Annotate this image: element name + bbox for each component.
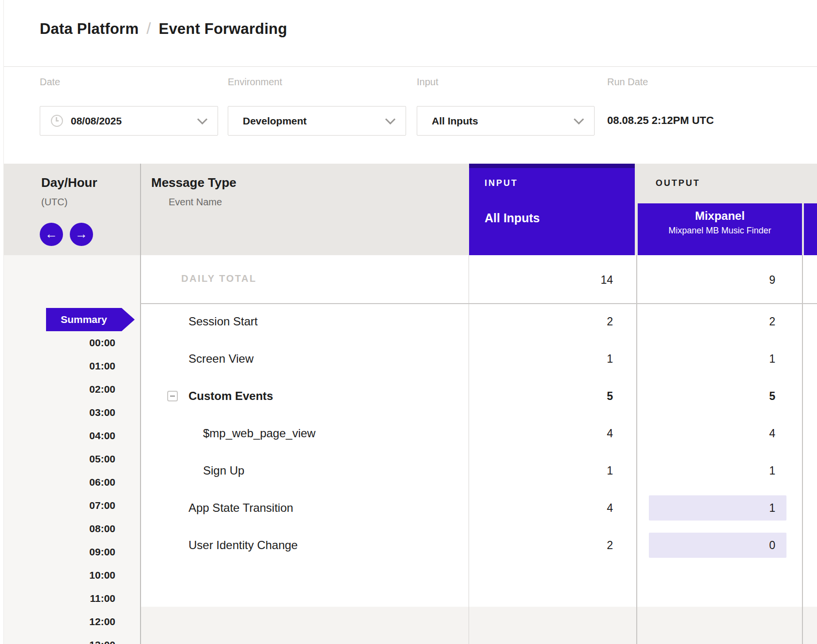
table-row-label: User Identity Change	[189, 538, 298, 552]
table-cell: 1	[638, 501, 775, 515]
input-dropdown[interactable]: All Inputs	[417, 106, 595, 136]
left-edge-strip	[0, 0, 4, 644]
table-cell: 1	[469, 463, 613, 478]
environment-dropdown[interactable]: Development	[228, 106, 406, 136]
table-cell: 1	[638, 463, 775, 478]
table-cell: 4	[638, 426, 775, 441]
column-divider	[469, 255, 469, 644]
sidebar-item-hour[interactable]: 13:00	[48, 638, 115, 644]
column-divider	[636, 255, 637, 644]
output-group-label: OUTPUT	[656, 178, 700, 188]
table-cell: 1	[469, 352, 613, 366]
input-group-label: INPUT	[485, 178, 518, 188]
sidebar-item-hour[interactable]: 11:00	[48, 591, 115, 606]
run-date-value: 08.08.25 2:12PM UTC	[607, 114, 714, 127]
chevron-down-icon	[385, 114, 395, 124]
table-cell: 4	[469, 426, 613, 441]
environment-filter-label: Environment	[228, 77, 282, 88]
breadcrumb-separator: /	[139, 19, 158, 37]
summary-arrow-tip	[122, 308, 135, 331]
summary-label: Summary	[61, 314, 107, 325]
next-day-button[interactable]: →	[70, 223, 93, 246]
arrow-left-icon: ←	[45, 227, 58, 241]
sidebar-item-summary[interactable]: Summary	[46, 308, 122, 331]
sidebar-item-hour[interactable]: 07:00	[48, 498, 115, 513]
run-date-label: Run Date	[607, 77, 648, 88]
clock-icon	[51, 115, 63, 127]
output-column-name: Mixpanel	[638, 209, 802, 223]
input-column-name: All Inputs	[485, 211, 540, 225]
daily-total-input-value: 14	[469, 273, 613, 287]
input-filter-label: Input	[417, 77, 438, 88]
input-column-accent	[469, 164, 635, 168]
sidebar-item-hour[interactable]: 12:00	[48, 614, 115, 629]
sidebar-item-hour[interactable]: 10:00	[48, 568, 115, 583]
daily-total-divider	[141, 303, 817, 304]
next-output-column-header[interactable]	[804, 203, 817, 255]
sidebar-item-hour[interactable]: 03:00	[48, 405, 115, 420]
sidebar-item-hour[interactable]: 05:00	[48, 452, 115, 466]
table-row-label: Custom Events	[189, 389, 273, 403]
table-cell: 2	[469, 314, 613, 329]
chevron-down-icon	[197, 114, 207, 124]
sidebar-item-hour[interactable]: 09:00	[48, 545, 115, 559]
sidebar-item-hour[interactable]: 02:00	[48, 382, 115, 397]
arrow-right-icon: →	[75, 227, 88, 241]
empty-region	[141, 607, 817, 644]
previous-day-button[interactable]: ←	[40, 223, 63, 246]
breadcrumb: Data Platform/Event Forwarding	[40, 19, 287, 38]
sidebar-item-hour[interactable]: 04:00	[48, 429, 115, 443]
table-row-label: App State Transition	[189, 501, 293, 515]
table-row-label: Session Start	[189, 314, 258, 329]
sidebar-item-hour[interactable]: 08:00	[48, 521, 115, 536]
chevron-down-icon	[574, 114, 584, 124]
message-type-column-subtitle: Event Name	[169, 197, 222, 208]
collapse-custom-events-button[interactable]	[167, 391, 178, 401]
table-cell: 2	[638, 314, 775, 329]
sidebar-item-hour[interactable]: 06:00	[48, 475, 115, 490]
event-forwarding-page: Data Platform/Event Forwarding Date Envi…	[0, 0, 817, 644]
date-dropdown[interactable]: 08/08/2025	[40, 106, 218, 136]
sidebar-item-hour[interactable]: 01:00	[48, 359, 115, 373]
column-divider	[140, 164, 141, 644]
output-column-header[interactable]: Mixpanel Mixpanel MB Music Finder	[638, 203, 802, 255]
page-title: Event Forwarding	[159, 20, 287, 37]
message-type-column-title: Message Type	[151, 175, 236, 190]
column-divider	[802, 255, 803, 644]
input-column-header[interactable]: INPUT All Inputs	[469, 164, 635, 255]
day-hour-column-subtitle: (UTC)	[41, 197, 67, 208]
day-hour-column-title: Day/Hour	[41, 175, 97, 190]
date-dropdown-value: 08/08/2025	[71, 115, 193, 127]
table-cell: 2	[469, 538, 613, 552]
table-cell: 1	[638, 352, 775, 366]
table-cell: 5	[469, 389, 613, 403]
environment-dropdown-value: Development	[243, 115, 381, 127]
table-row-label: $mp_web_page_view	[203, 426, 315, 441]
output-column-subtitle: Mixpanel MB Music Finder	[638, 226, 802, 236]
sidebar-item-hour[interactable]: 00:00	[48, 336, 115, 350]
table-cell: 4	[469, 501, 613, 515]
breadcrumb-section[interactable]: Data Platform	[40, 20, 139, 37]
header-divider	[0, 66, 817, 67]
daily-total-output-value: 9	[638, 273, 775, 287]
date-filter-label: Date	[40, 77, 60, 88]
table-row-label: Sign Up	[203, 463, 244, 478]
daily-total-label: DAILY TOTAL	[181, 273, 257, 284]
table-cell: 5	[638, 389, 775, 403]
table-cell: 0	[638, 538, 775, 552]
input-dropdown-value: All Inputs	[432, 115, 569, 127]
table-row-label: Screen View	[189, 352, 253, 366]
